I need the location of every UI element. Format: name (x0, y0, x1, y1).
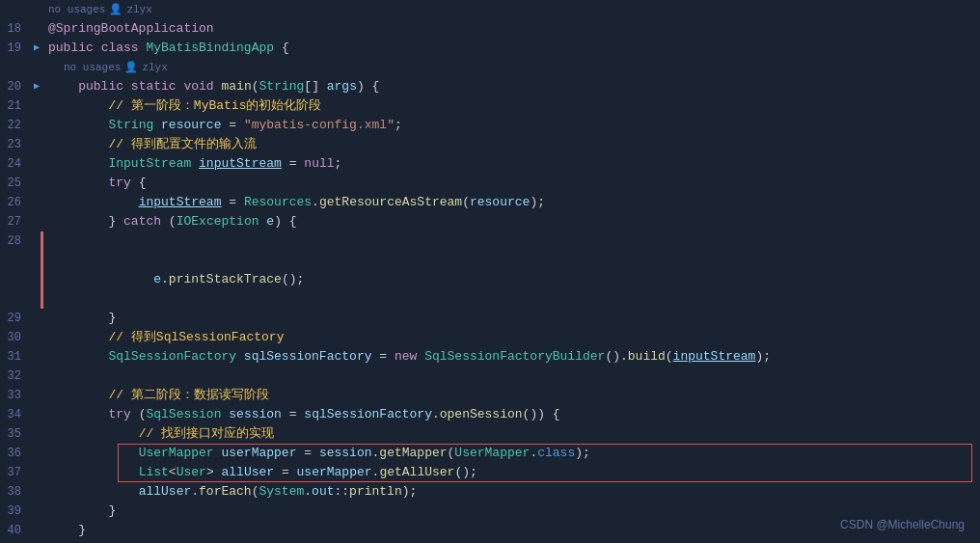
line-number: 39 (0, 502, 29, 521)
line-number: 23 (0, 135, 29, 154)
code-line-19: 19 ▶ public class MyBatisBindingApp { (0, 39, 980, 58)
line-number: 26 (0, 193, 29, 212)
line-number: 40 (0, 521, 29, 540)
line-number: 37 (0, 463, 29, 482)
line-number: 38 (0, 482, 29, 502)
code-line-34: 34 try (SqlSession session = sqlSessionF… (0, 405, 980, 424)
line-number: 22 (0, 116, 29, 135)
watermark: CSDN @MichelleChung (840, 518, 965, 531)
code-line-39: 39 } (0, 502, 980, 521)
code-line-38: 38 allUser.forEach(System.out::println); (0, 482, 980, 502)
code-line-28: 28 e.printStackTrace(); (0, 231, 980, 309)
code-line-26: 26 inputStream = Resources.getResourceAs… (0, 193, 980, 212)
code-line-24: 24 InputStream inputStream = null; (0, 154, 980, 174)
code-line-30: 30 // 得到SqlSessionFactory (0, 328, 980, 347)
line-number: 31 (0, 347, 29, 367)
line-number: 25 (0, 174, 29, 193)
line-number: 30 (0, 328, 29, 347)
line-meta-usages: no usages 👤 zlyx (0, 58, 980, 77)
code-line-32: 32 (0, 367, 980, 386)
code-line-23: 23 // 得到配置文件的输入流 (0, 135, 980, 154)
line-number: 32 (0, 367, 29, 386)
line-number: 36 (0, 444, 29, 463)
line-number: 27 (0, 212, 29, 231)
line-number: 24 (0, 154, 29, 174)
line-number: 19 (0, 39, 29, 58)
line-number: 33 (0, 386, 29, 405)
code-line-25: 25 try { (0, 174, 980, 193)
line-number: 29 (0, 309, 29, 328)
line-number: 20 (0, 77, 29, 96)
code-line-27: 27 } catch (IOException e) { (0, 212, 980, 231)
code-line-36: 36 UserMapper userMapper = session.getMa… (0, 444, 980, 463)
code-line-40: 40 } (0, 521, 980, 540)
code-line-31: 31 SqlSessionFactory sqlSessionFactory =… (0, 347, 980, 367)
line-number: 35 (0, 424, 29, 444)
code-editor: no usages 👤 zlyx 18 @SpringBootApplicati… (0, 0, 980, 543)
code-line-18: 18 @SpringBootApplication (0, 19, 980, 39)
line-number: 18 (0, 19, 29, 39)
code-line-33: 33 // 第二阶段：数据读写阶段 (0, 386, 980, 405)
code-line-29: 29 } (0, 309, 980, 328)
code-line-21: 21 // 第一阶段：MyBatis的初始化阶段 (0, 96, 980, 116)
line-number: 34 (0, 405, 29, 424)
line-18-meta: no usages 👤 zlyx (0, 0, 980, 19)
code-line-20: 20 ▶ public static void main(String[] ar… (0, 77, 980, 96)
code-line-37: 37 List<User> allUser = userMapper.getAl… (0, 463, 980, 482)
code-line-22: 22 String resource = "mybatis-config.xml… (0, 116, 980, 135)
line-number: 28 (0, 231, 29, 251)
code-line-35: 35 // 找到接口对应的实现 (0, 424, 980, 444)
highlighted-section: 36 UserMapper userMapper = session.getMa… (0, 444, 980, 482)
line-number: 21 (0, 96, 29, 116)
